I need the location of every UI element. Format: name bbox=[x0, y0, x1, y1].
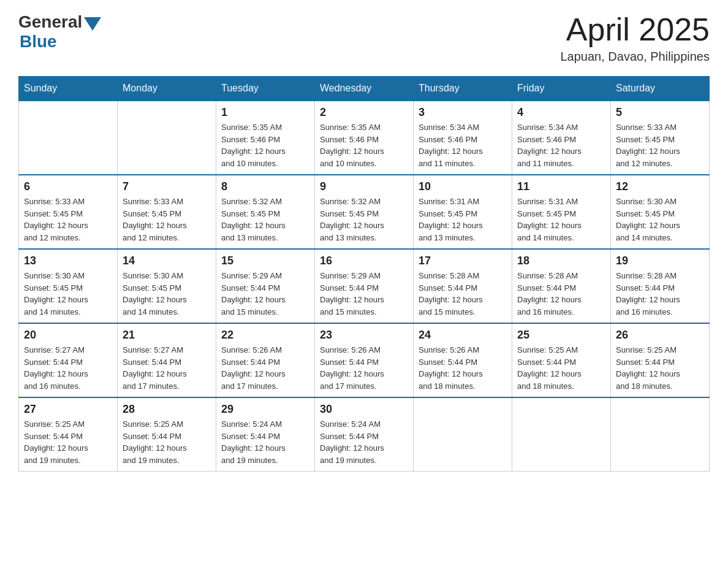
day-number: 27 bbox=[24, 403, 112, 416]
day-info: Sunrise: 5:24 AMSunset: 5:44 PMDaylight:… bbox=[320, 418, 408, 466]
day-info: Sunrise: 5:33 AMSunset: 5:45 PMDaylight:… bbox=[123, 196, 211, 243]
weekday-header-sunday: Sunday bbox=[19, 77, 118, 101]
calendar-cell: 11Sunrise: 5:31 AMSunset: 5:45 PMDayligh… bbox=[512, 175, 611, 249]
calendar-cell: 6Sunrise: 5:33 AMSunset: 5:45 PMDaylight… bbox=[19, 175, 118, 249]
calendar-cell bbox=[118, 101, 216, 175]
day-info: Sunrise: 5:28 AMSunset: 5:44 PMDaylight:… bbox=[616, 270, 704, 318]
week-row-3: 13Sunrise: 5:30 AMSunset: 5:45 PMDayligh… bbox=[19, 249, 710, 323]
day-info: Sunrise: 5:30 AMSunset: 5:45 PMDaylight:… bbox=[616, 196, 704, 243]
calendar-cell: 24Sunrise: 5:26 AMSunset: 5:44 PMDayligh… bbox=[414, 323, 512, 397]
calendar-cell: 12Sunrise: 5:30 AMSunset: 5:45 PMDayligh… bbox=[611, 175, 710, 249]
calendar-cell: 7Sunrise: 5:33 AMSunset: 5:45 PMDaylight… bbox=[118, 175, 216, 249]
day-number: 11 bbox=[517, 180, 605, 193]
logo: General Blue bbox=[18, 12, 101, 52]
calendar-cell: 10Sunrise: 5:31 AMSunset: 5:45 PMDayligh… bbox=[414, 175, 512, 249]
day-number: 22 bbox=[221, 329, 309, 342]
calendar-cell: 23Sunrise: 5:26 AMSunset: 5:44 PMDayligh… bbox=[315, 323, 414, 397]
day-info: Sunrise: 5:30 AMSunset: 5:45 PMDaylight:… bbox=[24, 270, 112, 318]
day-number: 6 bbox=[24, 180, 112, 193]
weekday-header-saturday: Saturday bbox=[611, 77, 710, 101]
day-info: Sunrise: 5:25 AMSunset: 5:44 PMDaylight:… bbox=[616, 344, 704, 392]
day-info: Sunrise: 5:31 AMSunset: 5:45 PMDaylight:… bbox=[419, 196, 507, 243]
day-number: 3 bbox=[419, 106, 507, 119]
calendar-cell bbox=[414, 397, 512, 472]
day-number: 9 bbox=[320, 180, 408, 193]
calendar-cell bbox=[19, 101, 118, 175]
calendar-cell: 29Sunrise: 5:24 AMSunset: 5:44 PMDayligh… bbox=[216, 397, 315, 472]
calendar-cell: 22Sunrise: 5:26 AMSunset: 5:44 PMDayligh… bbox=[216, 323, 315, 397]
calendar-cell: 27Sunrise: 5:25 AMSunset: 5:44 PMDayligh… bbox=[19, 397, 118, 472]
weekday-header-row: SundayMondayTuesdayWednesdayThursdayFrid… bbox=[19, 77, 710, 101]
calendar-cell: 21Sunrise: 5:27 AMSunset: 5:44 PMDayligh… bbox=[118, 323, 216, 397]
day-info: Sunrise: 5:35 AMSunset: 5:46 PMDaylight:… bbox=[221, 121, 309, 169]
day-info: Sunrise: 5:33 AMSunset: 5:45 PMDaylight:… bbox=[24, 196, 112, 243]
weekday-header-friday: Friday bbox=[512, 77, 611, 101]
day-info: Sunrise: 5:26 AMSunset: 5:44 PMDaylight:… bbox=[221, 344, 309, 392]
day-info: Sunrise: 5:27 AMSunset: 5:44 PMDaylight:… bbox=[24, 344, 112, 392]
calendar-cell: 3Sunrise: 5:34 AMSunset: 5:46 PMDaylight… bbox=[414, 101, 512, 175]
calendar-cell: 25Sunrise: 5:25 AMSunset: 5:44 PMDayligh… bbox=[512, 323, 611, 397]
day-number: 30 bbox=[320, 403, 408, 416]
calendar-cell: 20Sunrise: 5:27 AMSunset: 5:44 PMDayligh… bbox=[19, 323, 118, 397]
month-title: April 2025 bbox=[560, 12, 710, 47]
calendar-cell bbox=[512, 397, 611, 472]
day-info: Sunrise: 5:29 AMSunset: 5:44 PMDaylight:… bbox=[320, 270, 408, 318]
day-number: 24 bbox=[419, 329, 507, 342]
day-info: Sunrise: 5:32 AMSunset: 5:45 PMDaylight:… bbox=[221, 196, 309, 243]
day-info: Sunrise: 5:25 AMSunset: 5:44 PMDaylight:… bbox=[517, 344, 605, 392]
day-number: 13 bbox=[24, 255, 112, 267]
calendar-cell: 13Sunrise: 5:30 AMSunset: 5:45 PMDayligh… bbox=[19, 249, 118, 323]
weekday-header-tuesday: Tuesday bbox=[216, 77, 315, 101]
day-info: Sunrise: 5:29 AMSunset: 5:44 PMDaylight:… bbox=[221, 270, 309, 318]
calendar-cell: 8Sunrise: 5:32 AMSunset: 5:45 PMDaylight… bbox=[216, 175, 315, 249]
calendar-cell: 18Sunrise: 5:28 AMSunset: 5:44 PMDayligh… bbox=[512, 249, 611, 323]
day-number: 1 bbox=[221, 106, 309, 119]
day-number: 28 bbox=[123, 403, 211, 416]
day-number: 4 bbox=[517, 106, 605, 119]
day-number: 26 bbox=[616, 329, 704, 342]
day-number: 29 bbox=[221, 403, 309, 416]
calendar-cell: 28Sunrise: 5:25 AMSunset: 5:44 PMDayligh… bbox=[118, 397, 216, 472]
calendar-cell: 16Sunrise: 5:29 AMSunset: 5:44 PMDayligh… bbox=[315, 249, 414, 323]
day-info: Sunrise: 5:24 AMSunset: 5:44 PMDaylight:… bbox=[221, 418, 309, 466]
day-number: 15 bbox=[221, 255, 309, 267]
calendar-cell: 15Sunrise: 5:29 AMSunset: 5:44 PMDayligh… bbox=[216, 249, 315, 323]
weekday-header-wednesday: Wednesday bbox=[315, 77, 414, 101]
day-number: 8 bbox=[221, 180, 309, 193]
day-info: Sunrise: 5:26 AMSunset: 5:44 PMDaylight:… bbox=[419, 344, 507, 392]
day-info: Sunrise: 5:34 AMSunset: 5:46 PMDaylight:… bbox=[419, 121, 507, 169]
day-number: 2 bbox=[320, 106, 408, 119]
logo-blue-text: Blue bbox=[20, 32, 57, 52]
week-row-1: 1Sunrise: 5:35 AMSunset: 5:46 PMDaylight… bbox=[19, 101, 710, 175]
day-info: Sunrise: 5:31 AMSunset: 5:45 PMDaylight:… bbox=[517, 196, 605, 243]
day-info: Sunrise: 5:33 AMSunset: 5:45 PMDaylight:… bbox=[616, 121, 704, 169]
day-info: Sunrise: 5:27 AMSunset: 5:44 PMDaylight:… bbox=[123, 344, 211, 392]
calendar-cell: 17Sunrise: 5:28 AMSunset: 5:44 PMDayligh… bbox=[414, 249, 512, 323]
day-number: 25 bbox=[517, 329, 605, 342]
calendar-cell bbox=[611, 397, 710, 472]
day-number: 18 bbox=[517, 255, 605, 267]
title-section: April 2025 Lapuan, Davao, Philippines bbox=[560, 12, 710, 64]
calendar-cell: 1Sunrise: 5:35 AMSunset: 5:46 PMDaylight… bbox=[216, 101, 315, 175]
day-info: Sunrise: 5:26 AMSunset: 5:44 PMDaylight:… bbox=[320, 344, 408, 392]
calendar-cell: 26Sunrise: 5:25 AMSunset: 5:44 PMDayligh… bbox=[611, 323, 710, 397]
logo-triangle-icon bbox=[84, 17, 101, 31]
day-number: 16 bbox=[320, 255, 408, 267]
calendar-table: SundayMondayTuesdayWednesdayThursdayFrid… bbox=[18, 76, 710, 472]
location-text: Lapuan, Davao, Philippines bbox=[560, 50, 710, 64]
weekday-header-monday: Monday bbox=[118, 77, 216, 101]
logo-general-text: General bbox=[18, 12, 82, 32]
day-number: 14 bbox=[123, 255, 211, 267]
day-number: 10 bbox=[419, 180, 507, 193]
day-info: Sunrise: 5:34 AMSunset: 5:46 PMDaylight:… bbox=[517, 121, 605, 169]
calendar-cell: 5Sunrise: 5:33 AMSunset: 5:45 PMDaylight… bbox=[611, 101, 710, 175]
page-header: General Blue April 2025 Lapuan, Davao, P… bbox=[18, 12, 710, 64]
week-row-2: 6Sunrise: 5:33 AMSunset: 5:45 PMDaylight… bbox=[19, 175, 710, 249]
day-info: Sunrise: 5:30 AMSunset: 5:45 PMDaylight:… bbox=[123, 270, 211, 318]
day-info: Sunrise: 5:25 AMSunset: 5:44 PMDaylight:… bbox=[24, 418, 112, 466]
day-number: 12 bbox=[616, 180, 704, 193]
day-number: 19 bbox=[616, 255, 704, 267]
day-number: 5 bbox=[616, 106, 704, 119]
day-number: 23 bbox=[320, 329, 408, 342]
week-row-4: 20Sunrise: 5:27 AMSunset: 5:44 PMDayligh… bbox=[19, 323, 710, 397]
